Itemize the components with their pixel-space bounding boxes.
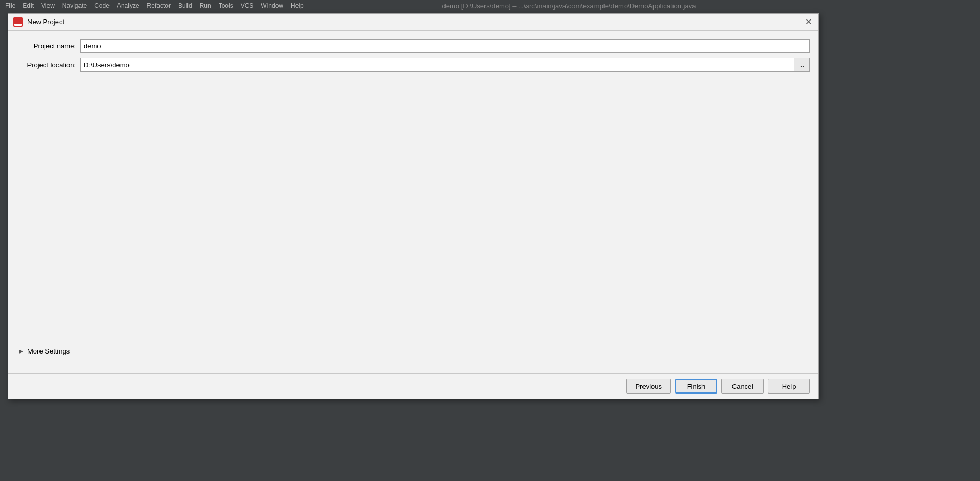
- menu-view[interactable]: View: [38, 1, 58, 11]
- project-name-label: Project name:: [17, 42, 80, 50]
- dialog-close-button[interactable]: ✕: [803, 16, 814, 27]
- project-name-row: Project name:: [17, 39, 810, 53]
- menu-navigate[interactable]: Navigate: [59, 1, 90, 11]
- cancel-button[interactable]: Cancel: [721, 379, 764, 394]
- menu-code[interactable]: Code: [91, 1, 113, 11]
- more-settings-arrow-icon: ▶: [17, 347, 25, 355]
- project-location-row: Project location: ...: [17, 58, 810, 72]
- project-name-input[interactable]: [80, 39, 810, 53]
- ide-menubar: File Edit View Navigate Code Analyze Ref…: [0, 0, 980, 12]
- menu-refactor[interactable]: Refactor: [144, 1, 174, 11]
- more-settings-label: More Settings: [27, 347, 70, 355]
- menu-analyze[interactable]: Analyze: [114, 1, 143, 11]
- menu-file[interactable]: File: [2, 1, 18, 11]
- ide-title: demo [D:\Users\demo] – ...\src\main\java…: [211, 0, 927, 12]
- dialog-empty-area: [17, 77, 810, 340]
- project-location-input[interactable]: [80, 58, 794, 72]
- dialog-title: New Project: [27, 18, 814, 26]
- dialog-footer: Previous Finish Cancel Help: [8, 373, 818, 399]
- menu-edit[interactable]: Edit: [19, 1, 37, 11]
- previous-button[interactable]: Previous: [626, 379, 671, 394]
- menu-build[interactable]: Build: [175, 1, 195, 11]
- dialog-titlebar: New Project ✕: [8, 14, 818, 31]
- ide-bottom-bar: [0, 469, 980, 481]
- more-settings-row[interactable]: ▶ More Settings: [17, 345, 810, 357]
- project-location-field-group: ...: [80, 58, 810, 72]
- project-location-label: Project location:: [17, 61, 80, 69]
- help-button[interactable]: Help: [768, 379, 810, 394]
- dialog-icon: [13, 17, 23, 27]
- dialog-content: Project name: Project location: ... ▶ Mo…: [8, 31, 818, 373]
- browse-button[interactable]: ...: [794, 58, 810, 72]
- new-project-dialog: New Project ✕ Project name: Project loca…: [8, 13, 819, 399]
- finish-button[interactable]: Finish: [675, 379, 717, 394]
